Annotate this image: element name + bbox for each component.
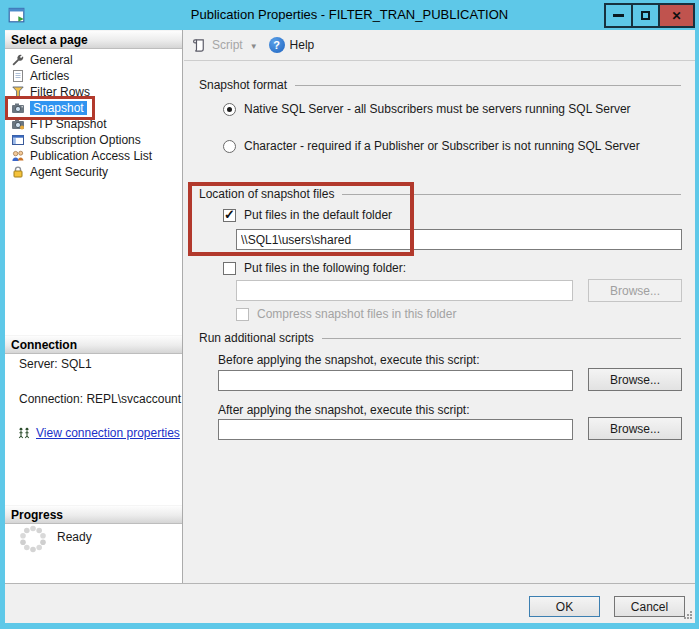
toolbar: Script ▼ ? Help <box>184 30 695 61</box>
minimize-icon <box>613 14 624 17</box>
ok-button[interactable]: OK <box>529 596 600 617</box>
sidebar-item-snapshot[interactable]: Snapshot <box>9 100 91 116</box>
sidebar-item-general[interactable]: General <box>9 52 77 68</box>
group-divider <box>322 338 681 339</box>
dialog-body: Select a page General Articles Filter Ro… <box>5 30 695 623</box>
character-format-label: Character - required if a Publisher or S… <box>244 139 640 153</box>
snapshot-format-group-title: Snapshot format <box>199 78 287 92</box>
camera-ftp-icon <box>11 117 25 131</box>
group-divider <box>295 85 681 86</box>
after-script-label: After applying the snapshot, execute thi… <box>218 403 469 417</box>
sidebar-item-label: Agent Security <box>30 165 108 179</box>
connection-properties-icon <box>17 426 31 440</box>
browse-before-script-button[interactable]: Browse... <box>588 368 682 391</box>
radio-selected-icon[interactable] <box>223 103 236 116</box>
cancel-button[interactable]: Cancel <box>614 596 685 617</box>
resize-grip[interactable] <box>683 611 692 620</box>
after-script-field[interactable] <box>218 419 573 440</box>
sidebar-item-label: Filter Rows <box>30 85 90 99</box>
window-grid-icon <box>11 133 25 147</box>
script-button: Script <box>212 38 243 52</box>
location-group-title: Location of snapshot files <box>199 187 334 201</box>
before-script-field[interactable] <box>218 370 573 391</box>
minimize-button[interactable] <box>604 3 633 28</box>
window-title: Publication Properties - FILTER_TRAN_PUB… <box>0 7 699 22</box>
sidebar-item-label: Subscription Options <box>30 133 141 147</box>
compress-option: Compress snapshot files in this folder <box>236 307 456 321</box>
close-button[interactable]: ✕ <box>658 3 695 28</box>
publication-properties-dialog: Publication Properties - FILTER_TRAN_PUB… <box>0 0 699 629</box>
filter-icon <box>11 85 25 99</box>
document-icon <box>11 69 25 83</box>
before-script-label: Before applying the snapshot, execute th… <box>218 353 480 367</box>
sidebar-item-filter-rows[interactable]: Filter Rows <box>9 84 94 100</box>
sidebar-item-articles[interactable]: Articles <box>9 68 73 84</box>
checkbox-unchecked-icon[interactable] <box>223 262 236 275</box>
default-folder-path-field[interactable] <box>236 229 682 250</box>
sidebar-item-label: Articles <box>30 69 69 83</box>
default-folder-label: Put files in the default folder <box>244 208 392 222</box>
scripts-group-title: Run additional scripts <box>199 331 314 345</box>
browse-after-script-button[interactable]: Browse... <box>588 417 682 440</box>
titlebar: Publication Properties - FILTER_TRAN_PUB… <box>0 0 699 30</box>
following-folder-path-field <box>236 280 573 301</box>
connection-text: Connection: REPL\svcaccount <box>19 392 181 406</box>
help-button[interactable]: Help <box>290 38 315 52</box>
checkbox-checked-icon[interactable]: ✓ <box>223 209 236 222</box>
sidebar-item-label: FTP Snapshot <box>30 117 107 131</box>
native-format-label: Native SQL Server - all Subscribers must… <box>244 102 631 116</box>
footer: OK Cancel <box>5 583 695 623</box>
camera-icon <box>11 101 25 115</box>
progress-status: Ready <box>57 530 92 544</box>
script-dropdown-caret-icon: ▼ <box>250 42 258 51</box>
wrench-icon <box>11 53 25 67</box>
progress-spinner-icon <box>18 524 48 554</box>
page-list: General Articles Filter Rows Snapshot FT… <box>9 52 156 180</box>
snapshot-page-content: Snapshot format Native SQL Server - all … <box>184 61 695 583</box>
following-folder-option[interactable]: Put files in the following folder: <box>223 261 406 275</box>
sidebar-item-label: General <box>30 53 73 67</box>
view-connection-properties-link[interactable]: View connection properties <box>36 426 180 440</box>
maximize-icon <box>641 11 650 20</box>
following-folder-label: Put files in the following folder: <box>244 261 406 275</box>
sidebar-item-label: Publication Access List <box>30 149 152 163</box>
native-format-option[interactable]: Native SQL Server - all Subscribers must… <box>223 102 631 116</box>
people-icon <box>11 149 25 163</box>
progress-header: Progress <box>5 505 182 524</box>
close-icon: ✕ <box>671 9 681 23</box>
select-a-page-header: Select a page <box>5 30 182 49</box>
radio-unselected-icon[interactable] <box>223 140 236 153</box>
sidebar-item-ftp-snapshot[interactable]: FTP Snapshot <box>9 116 111 132</box>
help-icon: ? <box>269 37 285 53</box>
script-icon <box>192 38 207 53</box>
sidebar-item-subscription-options[interactable]: Subscription Options <box>9 132 145 148</box>
character-format-option[interactable]: Character - required if a Publisher or S… <box>223 139 640 153</box>
maximize-button[interactable] <box>631 3 660 28</box>
group-divider <box>342 194 681 195</box>
browse-following-folder-button: Browse... <box>588 279 682 302</box>
sidebar-item-agent-security[interactable]: Agent Security <box>9 164 112 180</box>
sidebar: Select a page General Articles Filter Ro… <box>5 30 183 583</box>
server-text: Server: SQL1 <box>19 357 92 371</box>
default-folder-option[interactable]: ✓ Put files in the default folder <box>223 208 392 222</box>
connection-header: Connection <box>5 335 182 354</box>
compress-label: Compress snapshot files in this folder <box>257 307 456 321</box>
sidebar-item-publication-access-list[interactable]: Publication Access List <box>9 148 156 164</box>
checkbox-disabled-icon <box>236 308 249 321</box>
lock-icon <box>11 165 25 179</box>
sidebar-item-label: Snapshot <box>30 101 87 115</box>
